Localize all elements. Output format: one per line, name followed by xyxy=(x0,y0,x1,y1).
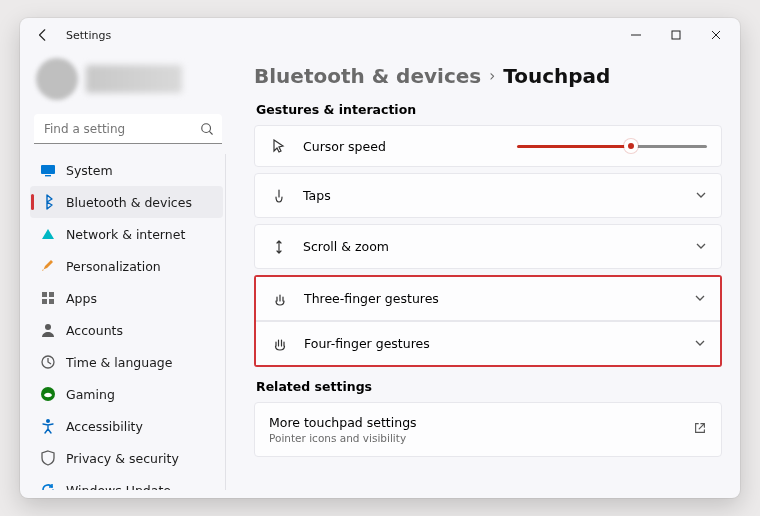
app-title: Settings xyxy=(66,29,111,42)
avatar xyxy=(36,58,78,100)
sidebar-item-label: Bluetooth & devices xyxy=(66,195,192,210)
shield-icon xyxy=(40,450,56,466)
four-finger-icon xyxy=(270,336,290,352)
maximize-icon xyxy=(671,30,681,40)
row-sublabel: Pointer icons and visibility xyxy=(269,432,693,444)
svg-rect-7 xyxy=(49,299,54,304)
user-name-redacted xyxy=(86,65,182,93)
svg-point-8 xyxy=(45,324,51,330)
sidebar-item-label: Windows Update xyxy=(66,483,171,491)
section-gestures-title: Gestures & interaction xyxy=(256,102,722,117)
breadcrumb-parent[interactable]: Bluetooth & devices xyxy=(254,64,481,88)
minimize-button[interactable] xyxy=(616,21,656,49)
sidebar-item-accounts[interactable]: Accounts xyxy=(30,314,223,346)
row-label: Taps xyxy=(303,188,695,203)
apps-icon xyxy=(40,290,56,306)
clock-globe-icon xyxy=(40,354,56,370)
sidebar-item-bluetooth-devices[interactable]: Bluetooth & devices xyxy=(30,186,223,218)
sidebar-item-label: Gaming xyxy=(66,387,115,402)
sidebar-item-personalization[interactable]: Personalization xyxy=(30,250,223,282)
row-cursor-speed[interactable]: Cursor speed xyxy=(254,125,722,167)
titlebar: Settings xyxy=(20,18,740,52)
sidebar-item-gaming[interactable]: Gaming xyxy=(30,378,223,410)
sidebar-item-windows-update[interactable]: Windows Update xyxy=(30,474,223,490)
sidebar-item-apps[interactable]: Apps xyxy=(30,282,223,314)
search-box[interactable] xyxy=(34,114,222,144)
display-icon xyxy=(40,162,56,178)
svg-point-11 xyxy=(46,419,50,423)
bluetooth-icon xyxy=(40,194,56,210)
accessibility-icon xyxy=(40,418,56,434)
breadcrumb: Bluetooth & devices › Touchpad xyxy=(254,64,722,88)
row-label: Four-finger gestures xyxy=(304,336,694,351)
sidebar-item-label: Apps xyxy=(66,291,97,306)
user-profile[interactable] xyxy=(30,52,226,112)
row-three-finger-gestures[interactable]: Three-finger gestures xyxy=(256,277,720,321)
cursor-icon xyxy=(269,138,289,154)
sidebar-item-label: Accounts xyxy=(66,323,123,338)
three-finger-icon xyxy=(270,291,290,307)
svg-point-1 xyxy=(202,124,211,133)
person-icon xyxy=(40,322,56,338)
brush-icon xyxy=(40,258,56,274)
minimize-icon xyxy=(631,30,641,40)
svg-rect-5 xyxy=(49,292,54,297)
close-button[interactable] xyxy=(696,21,736,49)
row-label: More touchpad settings xyxy=(269,415,693,430)
sidebar-item-label: Accessibility xyxy=(66,419,143,434)
chevron-down-icon xyxy=(695,186,707,205)
row-label: Three-finger gestures xyxy=(304,291,694,306)
update-icon xyxy=(40,482,56,490)
page-title: Touchpad xyxy=(503,64,610,88)
slider-thumb[interactable] xyxy=(624,139,638,153)
gaming-icon xyxy=(40,386,56,402)
sidebar-item-label: Personalization xyxy=(66,259,161,274)
tap-icon xyxy=(269,188,289,204)
row-scroll-zoom[interactable]: Scroll & zoom xyxy=(254,224,722,269)
wifi-icon xyxy=(40,226,56,242)
maximize-button[interactable] xyxy=(656,21,696,49)
svg-rect-3 xyxy=(45,175,51,176)
section-related-title: Related settings xyxy=(256,379,722,394)
open-external-icon xyxy=(693,420,707,439)
row-four-finger-gestures[interactable]: Four-finger gestures xyxy=(256,321,720,365)
svg-rect-0 xyxy=(672,31,680,39)
search-icon xyxy=(200,121,214,140)
sidebar-item-accessibility[interactable]: Accessibility xyxy=(30,410,223,442)
sidebar-item-label: System xyxy=(66,163,113,178)
sidebar-item-network[interactable]: Network & internet xyxy=(30,218,223,250)
scroll-icon xyxy=(269,239,289,255)
sidebar-item-label: Network & internet xyxy=(66,227,185,242)
sidebar-item-system[interactable]: System xyxy=(30,154,223,186)
row-more-touchpad-settings[interactable]: More touchpad settings Pointer icons and… xyxy=(254,402,722,457)
sidebar-item-label: Time & language xyxy=(66,355,172,370)
main-content: Bluetooth & devices › Touchpad Gestures … xyxy=(236,52,740,498)
svg-rect-2 xyxy=(41,165,55,174)
settings-window: Settings System xyxy=(20,18,740,498)
sidebar-item-time-language[interactable]: Time & language xyxy=(30,346,223,378)
row-label: Cursor speed xyxy=(303,139,517,154)
arrow-left-icon xyxy=(36,28,50,42)
row-label: Scroll & zoom xyxy=(303,239,695,254)
nav-list: System Bluetooth & devices Network & int… xyxy=(30,154,226,490)
window-controls xyxy=(616,21,736,49)
svg-rect-6 xyxy=(42,299,47,304)
sidebar: System Bluetooth & devices Network & int… xyxy=(20,52,236,498)
svg-rect-4 xyxy=(42,292,47,297)
chevron-right-icon: › xyxy=(489,67,495,85)
cursor-speed-slider[interactable] xyxy=(517,145,707,148)
highlighted-gesture-group: Three-finger gestures Four-finger gestur… xyxy=(254,275,722,367)
chevron-down-icon xyxy=(694,289,706,308)
close-icon xyxy=(711,30,721,40)
row-taps[interactable]: Taps xyxy=(254,173,722,218)
sidebar-item-label: Privacy & security xyxy=(66,451,179,466)
search-input[interactable] xyxy=(34,114,222,144)
chevron-down-icon xyxy=(694,334,706,353)
sidebar-item-privacy[interactable]: Privacy & security xyxy=(30,442,223,474)
chevron-down-icon xyxy=(695,237,707,256)
back-button[interactable] xyxy=(34,26,52,44)
